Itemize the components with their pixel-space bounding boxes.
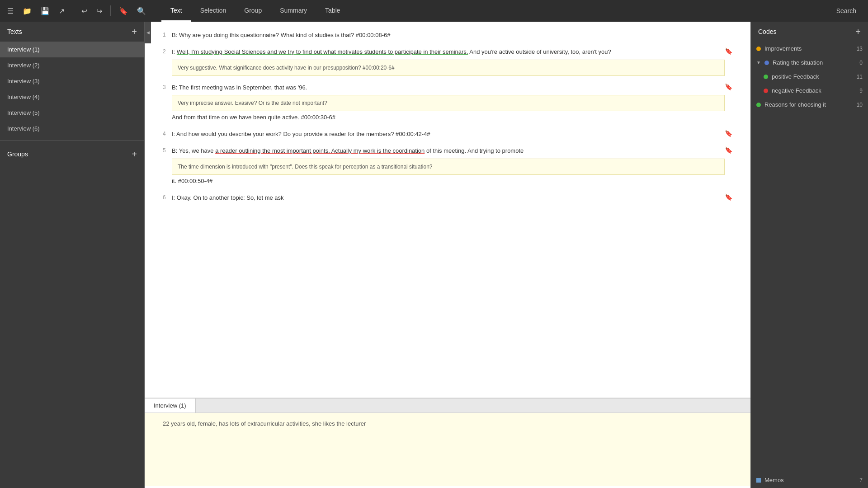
tab-group[interactable]: Group xyxy=(235,0,271,22)
code-item-negative[interactable]: negative Feedback 9 xyxy=(751,84,868,98)
passage-content-5: B: Yes, we have a reader outlining the m… xyxy=(172,146,725,186)
passage-text-6: I: Okay. On to another topic: So, let me… xyxy=(172,194,284,201)
passage-content-1: B: Why are you doing this questionnaire?… xyxy=(172,31,725,40)
texts-list: Interview (1) Interview (2) Interview (3… xyxy=(0,42,144,136)
underlined-text-3: been quite active. #00:00:30-6# xyxy=(253,114,335,121)
passage-text-4: I: And how would you describe your work?… xyxy=(172,131,430,137)
passage-row-1: 1 B: Why are you doing this questionnair… xyxy=(163,31,732,40)
interview-item-3[interactable]: Interview (3) xyxy=(0,73,144,89)
memos-label: Memos xyxy=(764,477,850,483)
passage-num-4: 4 xyxy=(163,130,172,137)
tab-summary[interactable]: Summary xyxy=(271,0,316,22)
code-item-positive[interactable]: positive Feedback 11 xyxy=(751,70,868,84)
interview-item-6[interactable]: Interview (6) xyxy=(0,121,144,136)
interview-item-4[interactable]: Interview (4) xyxy=(0,89,144,105)
code-item-reasons[interactable]: Reasons for choosing it 10 xyxy=(751,98,868,112)
code-label-negative: negative Feedback xyxy=(772,87,850,94)
add-group-button[interactable]: + xyxy=(132,150,137,159)
interview-item-1[interactable]: Interview (1) xyxy=(0,42,144,57)
bookmark-6[interactable]: 🔖 xyxy=(725,193,732,201)
toolbar-separator xyxy=(73,5,73,16)
nav-tabs: Text Selection Group Summary Table xyxy=(161,0,826,22)
bottom-tab-interview[interactable]: Interview (1) xyxy=(145,399,196,413)
memos-dot xyxy=(756,478,761,483)
codes-list: Improvements 13 ▼ Rating the situation 0… xyxy=(751,42,868,472)
tab-text[interactable]: Text xyxy=(161,0,191,22)
code-count-negative: 9 xyxy=(854,88,863,94)
tab-table[interactable]: Table xyxy=(316,0,349,22)
bookmark-3[interactable]: 🔖 xyxy=(725,83,732,90)
menu-icon[interactable]: ☰ xyxy=(5,4,16,18)
code-dot-rating xyxy=(764,61,769,65)
left-sidebar: Texts + Interview (1) Interview (2) Inte… xyxy=(0,22,145,488)
passage-text-3a: B: The first meeting was in September, t… xyxy=(172,84,307,91)
passage-row-6: 6 I: Okay. On to another topic: So, let … xyxy=(163,193,732,203)
passage-text-5a: B: Yes, we have a reader outlining the m… xyxy=(172,147,524,154)
search-button[interactable]: Search xyxy=(829,5,863,17)
memo-box-5: The time dimension is introduced with "p… xyxy=(172,159,725,175)
code-dot-reasons xyxy=(756,103,761,107)
code-count-improvements: 13 xyxy=(854,46,863,52)
memos-item[interactable]: Memos 7 xyxy=(751,472,868,488)
passage-row-4: 4 I: And how would you describe your wor… xyxy=(163,130,732,139)
interview-item-2[interactable]: Interview (2) xyxy=(0,57,144,73)
bookmark-5[interactable]: 🔖 xyxy=(725,146,732,154)
chevron-left-icon: ◀ xyxy=(146,30,150,35)
bookmark-4[interactable]: 🔖 xyxy=(725,130,732,137)
passage-text-2: I: Well, I'm studying Social Sciences an… xyxy=(172,48,611,55)
main-layout: Texts + Interview (1) Interview (2) Inte… xyxy=(0,22,868,488)
memo-box-3: Very imprecise answer. Evasive? Or is th… xyxy=(172,95,725,111)
passage-num-3: 3 xyxy=(163,83,172,90)
passage-content-2: I: Well, I'm studying Social Sciences an… xyxy=(172,47,725,76)
groups-label: Groups xyxy=(7,150,28,158)
right-sidebar: Codes + Improvements 13 ▼ Rating the sit… xyxy=(750,22,868,488)
bottom-content-text: 22 years old, female, has lots of extrac… xyxy=(163,420,366,427)
bottom-panel-tabs: Interview (1) xyxy=(145,399,750,413)
passage-content-6: I: Okay. On to another topic: So, let me… xyxy=(172,193,725,203)
folder-icon[interactable]: 📁 xyxy=(20,4,34,18)
right-sidebar-bottom: Memos 7 xyxy=(751,472,868,488)
code-dot-improvements xyxy=(756,47,761,51)
passage-content-4: I: And how would you describe your work?… xyxy=(172,130,725,139)
underlined-text-2: Well, I'm studying Social Sciences and w… xyxy=(177,48,468,55)
code-dot-negative xyxy=(764,89,768,93)
export-icon[interactable]: ↗ xyxy=(56,4,67,18)
tab-selection[interactable]: Selection xyxy=(191,0,236,22)
redo-icon[interactable]: ↪ xyxy=(94,4,105,18)
memo-text-5: The time dimension is introduced with "p… xyxy=(178,164,432,170)
code-dot-positive xyxy=(764,75,768,79)
sidebar-collapse-button[interactable]: ◀ xyxy=(145,22,151,43)
passage-row-2: 2 I: Well, I'm studying Social Sciences … xyxy=(163,47,732,76)
code-label-positive: positive Feedback xyxy=(772,73,850,80)
texts-section-header: Texts + xyxy=(0,22,144,42)
bookmark-2[interactable]: 🔖 xyxy=(725,47,732,55)
memo-text-3: Very imprecise answer. Evasive? Or is th… xyxy=(178,100,327,106)
bookmark-icon[interactable]: 🔖 xyxy=(116,4,131,18)
code-label-improvements: Improvements xyxy=(764,45,850,52)
memo-box-2: Very suggestive. What significance does … xyxy=(172,60,725,76)
passage-num-6: 6 xyxy=(163,193,172,201)
code-label-reasons: Reasons for choosing it xyxy=(764,101,850,108)
passage-text-1: B: Why are you doing this questionnaire?… xyxy=(172,32,390,38)
passage-content-3: B: The first meeting was in September, t… xyxy=(172,83,725,123)
sidebar-divider xyxy=(0,140,144,141)
passage-row-5: 5 B: Yes, we have a reader outlining the… xyxy=(163,146,732,186)
chevron-down-icon[interactable]: ▼ xyxy=(756,60,761,65)
undo-icon[interactable]: ↩ xyxy=(79,4,90,18)
passage-num-5: 5 xyxy=(163,146,172,154)
texts-label: Texts xyxy=(7,28,22,35)
interview-item-5[interactable]: Interview (5) xyxy=(0,105,144,121)
groups-section-header: Groups + xyxy=(0,144,144,164)
add-text-button[interactable]: + xyxy=(132,27,137,36)
code-label-rating: Rating the situation xyxy=(773,59,850,66)
codes-label: Codes xyxy=(758,28,776,35)
save-icon[interactable]: 💾 xyxy=(38,4,52,18)
content-scroll[interactable]: 1 B: Why are you doing this questionnair… xyxy=(145,22,750,398)
bottom-panel: Interview (1) 22 years old, female, has … xyxy=(145,398,750,488)
code-item-rating[interactable]: ▼ Rating the situation 0 xyxy=(751,56,868,70)
memos-count: 7 xyxy=(854,477,863,483)
code-item-improvements[interactable]: Improvements 13 xyxy=(751,42,868,56)
add-code-button[interactable]: + xyxy=(855,27,861,36)
search-toolbar-icon[interactable]: 🔍 xyxy=(134,4,149,18)
passage-text-5b: it. #00:00:50-4# xyxy=(172,177,725,186)
